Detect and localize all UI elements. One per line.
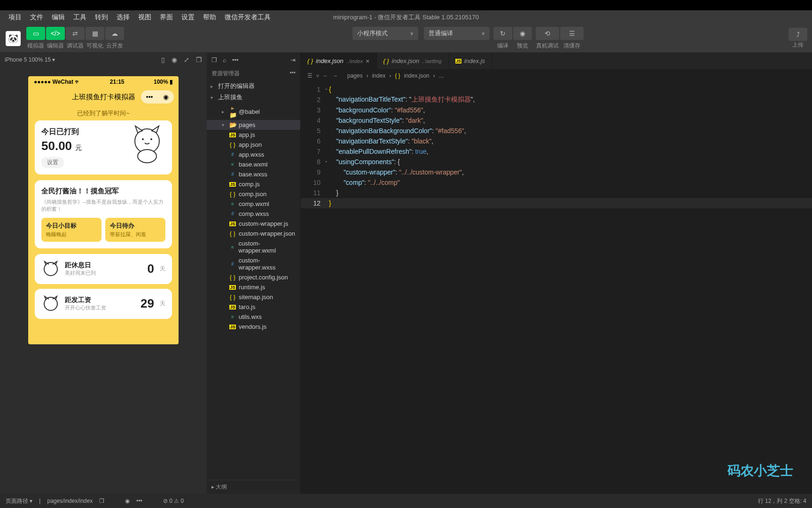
window-title: miniprogram-1 - 微信开发者工具 Stable 1.05.2105… xyxy=(329,11,483,24)
toolbar: 🐼 ▭ </> ⇄ ▦ ☁ 模拟器 编辑器 调试器 可视化 云开发 小程序模式▾… xyxy=(0,24,812,53)
tree-open-editors[interactable]: ▸打开的编辑器 xyxy=(207,80,300,92)
phone-simulator[interactable]: ●●●●● WeChat ᯤ 21:15 100% ▮ 上班摸鱼打卡模拟器 ••… xyxy=(28,76,179,344)
champion-card[interactable]: 全民打酱油！！摸鱼冠军 《尚晓摸鱼哲学》--摸鱼不是自我放纵，而是个人实力的积蓄… xyxy=(35,180,172,248)
cat-icon xyxy=(41,294,60,313)
menu-file[interactable]: 文件 xyxy=(26,11,47,24)
copy-path-icon[interactable]: ❐ xyxy=(99,498,104,504)
view-simulator-button[interactable]: ▭ xyxy=(26,27,45,40)
menu-interface[interactable]: 界面 xyxy=(156,11,177,24)
more-icon[interactable]: ••• xyxy=(136,498,142,504)
tree-item[interactable]: #app.wxss xyxy=(207,150,300,159)
menu-wxdev[interactable]: 微信开发者工具 xyxy=(221,11,274,24)
share-icon[interactable]: ⤢ xyxy=(184,56,189,64)
tab-setting-json[interactable]: { } index.json ..\setting xyxy=(377,53,449,69)
cat-illustration xyxy=(126,122,168,165)
tree-item[interactable]: JSruntime.js xyxy=(207,282,300,292)
tree-item[interactable]: #custom-wrapper.wxss xyxy=(207,255,300,272)
menu-view[interactable]: 视图 xyxy=(134,11,155,24)
tree-item[interactable]: ▸▸📁@babel xyxy=(207,103,300,120)
capsule-button[interactable]: •••◉ xyxy=(141,90,174,103)
editor-panel: { } index.json ..\index × { } index.json… xyxy=(301,53,812,494)
clear-cache-button[interactable]: ☰ xyxy=(560,27,584,40)
list-icon[interactable]: ☰ xyxy=(307,72,312,79)
tree-item[interactable]: { }comp.json xyxy=(207,189,300,199)
svg-point-3 xyxy=(138,150,156,163)
goal-chip[interactable]: 今日小目标 晚睡晚起 xyxy=(41,218,102,242)
rest-day-row[interactable]: 距休息日 美好周末已到 0 天 xyxy=(35,254,172,284)
eye-icon[interactable]: ◉ xyxy=(125,498,130,504)
nav-back-icon[interactable]: ← xyxy=(323,72,328,79)
breadcrumb[interactable]: ☰ ▿ ← → pages › index › { } index.json ›… xyxy=(301,69,812,82)
tree-item[interactable]: ≡base.wxml xyxy=(207,159,300,169)
explorer-more-icon[interactable]: ••• xyxy=(289,70,296,78)
tree-item[interactable]: JScomp.js xyxy=(207,179,300,189)
status-battery: 100% ▮ xyxy=(154,79,173,85)
record-icon[interactable]: ◉ xyxy=(172,56,177,64)
more-icon[interactable]: ••• xyxy=(232,56,239,64)
menu-help[interactable]: 帮助 xyxy=(199,11,220,24)
menu-edit[interactable]: 编辑 xyxy=(48,11,69,24)
page-path: pages/index/index xyxy=(47,498,93,504)
tab-index-json[interactable]: { } index.json ..\index × xyxy=(301,53,377,69)
tree-item[interactable]: JSapp.js xyxy=(207,130,300,140)
compile-select[interactable]: 普通编译▾ xyxy=(424,27,490,40)
svg-point-1 xyxy=(142,138,144,140)
tree-item[interactable]: ≡utils.wxs xyxy=(207,312,300,322)
menu-tools[interactable]: 工具 xyxy=(70,11,90,24)
panel-toggle-icon[interactable]: ⇥ xyxy=(290,56,296,64)
view-cloud-button[interactable]: ☁ xyxy=(105,27,124,40)
menubar: 项目 文件 编辑 工具 转到 选择 视图 界面 设置 帮助 微信开发者工具 mi… xyxy=(0,10,812,24)
tree-project-root[interactable]: ▾上班摸鱼 xyxy=(207,92,300,103)
cursor-position[interactable]: 行 12，列 2 空格: 4 xyxy=(758,497,806,505)
tree-item[interactable]: #base.wxss xyxy=(207,169,300,179)
code-editor[interactable]: 1⌄{ 2 "navigationBarTitleText": "上班摸鱼打卡模… xyxy=(301,82,812,494)
mode-select[interactable]: 小程序模式▾ xyxy=(352,27,418,40)
copy-icon[interactable]: ❐ xyxy=(196,56,202,64)
tree-item[interactable]: ▾📂pages xyxy=(207,120,300,130)
menu-select[interactable]: 选择 xyxy=(113,11,133,24)
earnings-card[interactable]: 今日已打到 50.00 元 设置 xyxy=(35,120,172,175)
menu-project[interactable]: 项目 xyxy=(5,11,25,24)
preview-button[interactable]: ◉ xyxy=(513,27,532,40)
salary-row[interactable]: 距发工资 开开心心快发工资 29 天 xyxy=(35,289,172,319)
menu-goto[interactable]: 转到 xyxy=(91,11,112,24)
tree-item[interactable]: JStaro.js xyxy=(207,302,300,312)
menu-settings[interactable]: 设置 xyxy=(178,11,198,24)
tree-item[interactable]: { }app.json xyxy=(207,140,300,150)
page-path-select[interactable]: 页面路径 ▾ xyxy=(6,497,32,505)
bookmark-icon[interactable]: ▿ xyxy=(316,72,319,79)
tree-item[interactable]: JScustom-wrapper.js xyxy=(207,219,300,229)
view-simulator-label: 模拟器 xyxy=(26,42,45,50)
real-device-button[interactable]: ⟲ xyxy=(536,27,559,40)
tree-item[interactable]: { }project.config.json xyxy=(207,272,300,282)
status-time: 21:15 xyxy=(110,79,125,85)
device-icon[interactable]: ▯ xyxy=(161,56,165,64)
tree-item[interactable]: ≡custom-wrapper.wxml xyxy=(207,238,300,255)
status-carrier: ●●●●● WeChat ᯤ xyxy=(34,79,80,85)
tree-item[interactable]: JSvendors.js xyxy=(207,322,300,332)
explorer-files-icon[interactable]: ❐ xyxy=(211,56,217,64)
problems[interactable]: ⊘ 0 ⚠ 0 xyxy=(163,498,184,504)
tab-index-js[interactable]: JS index.js xyxy=(449,53,492,69)
settings-pill[interactable]: 设置 xyxy=(41,157,64,168)
tree-item[interactable]: { }custom-wrapper.json xyxy=(207,229,300,238)
view-debugger-button[interactable]: ⇄ xyxy=(66,27,85,40)
tree-item[interactable]: { }sitemap.json xyxy=(207,292,300,302)
close-icon[interactable]: × xyxy=(366,57,369,65)
view-visual-button[interactable]: ▦ xyxy=(86,27,104,40)
device-select[interactable]: iPhone 5 100% 15 ▾ xyxy=(5,56,55,63)
nav-fwd-icon[interactable]: → xyxy=(332,72,338,79)
search-icon[interactable]: ⌕ xyxy=(223,56,226,64)
todo-chip[interactable]: 今日待办 带薪拉屎、闲逛 xyxy=(105,218,165,242)
tree-item[interactable]: #comp.wxss xyxy=(207,209,300,219)
upload-button[interactable]: ⤴ xyxy=(789,28,807,41)
watermark: 码农小芝士 xyxy=(727,462,793,480)
outline-header[interactable]: ▸ 大纲 xyxy=(207,480,300,494)
compile-button[interactable]: ↻ xyxy=(493,27,512,40)
svg-point-2 xyxy=(150,138,152,140)
view-visual-label: 可视化 xyxy=(86,42,104,50)
tree-item[interactable]: ≡comp.wxml xyxy=(207,199,300,209)
view-debugger-label: 调试器 xyxy=(66,42,85,50)
view-editor-button[interactable]: </> xyxy=(46,27,65,40)
view-editor-label: 编辑器 xyxy=(46,42,65,50)
